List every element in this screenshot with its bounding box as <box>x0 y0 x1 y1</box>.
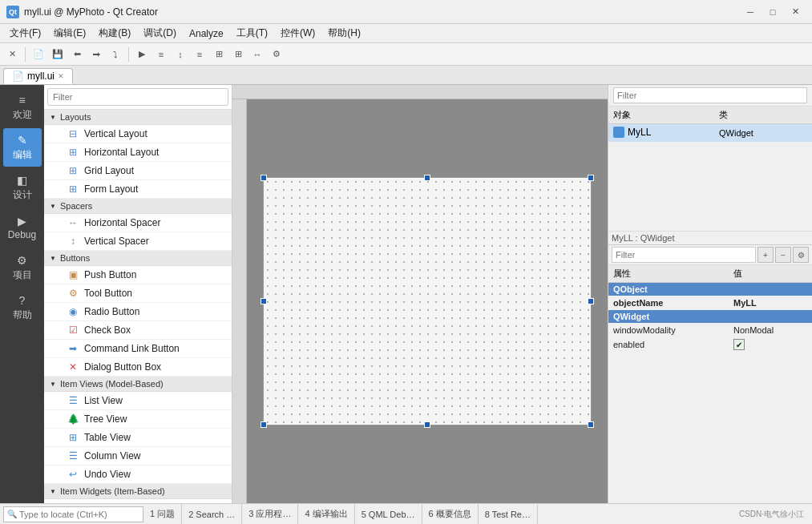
widget-grid-layout-label: Grid Layout <box>84 165 134 176</box>
toolbar-btn-2[interactable]: 💾 <box>49 46 67 63</box>
object-filter-input[interactable] <box>613 87 807 103</box>
toolbar-btn-13[interactable]: ⚙ <box>268 46 285 63</box>
props-row-objectname[interactable]: objectName MyLL <box>608 296 812 310</box>
toolbar-close-btn[interactable]: ✕ <box>3 46 21 63</box>
category-item-widgets[interactable]: Item Widgets (Item-Based) <box>44 484 232 499</box>
props-add-btn[interactable]: + <box>757 247 774 263</box>
widget-check-box[interactable]: ☑ Check Box <box>44 321 232 340</box>
mode-design-label: 设计 <box>13 188 32 202</box>
widget-grid-layout[interactable]: ⊞ Grid Layout <box>44 162 232 180</box>
mode-design[interactable]: ◧ 设计 <box>3 168 42 207</box>
category-item-views[interactable]: Item Views (Model-Based) <box>44 377 232 392</box>
toolbar-btn-6[interactable]: ▶ <box>133 46 151 63</box>
toolbar-btn-1[interactable]: 📄 <box>30 46 47 63</box>
handle-bottom-right[interactable] <box>588 421 594 428</box>
design-canvas[interactable] <box>263 177 592 425</box>
status-app[interactable]: 3 应用程… <box>242 504 298 524</box>
mode-welcome[interactable]: ≡ 欢迎 <box>3 88 42 127</box>
widget-form-layout[interactable]: ⊞ Form Layout <box>44 180 232 199</box>
handle-bottom-left[interactable] <box>261 421 267 428</box>
toolbar-btn-12[interactable]: ↔ <box>248 46 266 63</box>
toolbar-btn-4[interactable]: ⮕ <box>87 46 105 63</box>
widget-tool-button[interactable]: ⚙ Tool Button <box>44 284 232 303</box>
props-row-enabled[interactable]: enabled ✔ <box>608 337 812 353</box>
toolbar-btn-10[interactable]: ⊞ <box>210 46 228 63</box>
props-remove-btn[interactable]: − <box>775 247 791 263</box>
menu-help[interactable]: 帮助(H) <box>321 24 367 42</box>
category-buttons[interactable]: Buttons <box>44 251 232 266</box>
object-row-myll[interactable]: MyLL QWidget <box>608 124 812 143</box>
widget-undo-view-label: Undo View <box>84 469 131 480</box>
widget-vertical-spacer[interactable]: ↕ Vertical Spacer <box>44 232 232 251</box>
toolbar-btn-7[interactable]: ≡ <box>152 46 170 63</box>
vertical-layout-icon: ⊟ <box>67 127 79 140</box>
menu-debug[interactable]: 调试(D) <box>137 24 183 42</box>
props-col-attr: 属性 <box>608 265 729 283</box>
prop-windowmodality-label: windowModality <box>608 324 729 337</box>
toolbar-btn-9[interactable]: ≡ <box>191 46 208 63</box>
minimize-button[interactable]: ─ <box>740 4 761 20</box>
status-search[interactable]: 2 Search … <box>182 504 242 524</box>
status-search-input[interactable] <box>19 510 123 519</box>
props-config-btn[interactable]: ⚙ <box>793 247 809 263</box>
widget-command-link-button[interactable]: ➡ Command Link Button <box>44 340 232 358</box>
toolbar-btn-8[interactable]: ↕ <box>172 46 189 63</box>
undo-view-icon: ↩ <box>67 468 79 481</box>
menu-build[interactable]: 构建(B) <box>92 24 137 42</box>
widget-dialog-button-box[interactable]: ✕ Dialog Button Box <box>44 358 232 377</box>
tab-myll-ui[interactable]: 📄 myll.ui ✕ <box>3 68 73 84</box>
toolbar-btn-5[interactable]: ⤵ <box>107 46 124 63</box>
widget-radio-button[interactable]: ◉ Radio Button <box>44 303 232 321</box>
mode-project[interactable]: ⚙ 项目 <box>3 248 42 287</box>
menu-analyze[interactable]: Analyze <box>183 24 230 42</box>
handle-top-center[interactable] <box>424 175 430 181</box>
handle-mid-right[interactable] <box>588 298 594 304</box>
widget-push-button[interactable]: ▣ Push Button <box>44 266 232 284</box>
tab-close-btn[interactable]: ✕ <box>58 72 64 80</box>
menu-tools[interactable]: 工具(T) <box>230 24 274 42</box>
close-button[interactable]: ✕ <box>785 4 806 20</box>
object-panel-filter <box>608 85 812 107</box>
watermark: CSDN·电气徐小江 <box>739 509 809 520</box>
project-icon: ⚙ <box>17 254 27 267</box>
category-layouts[interactable]: Layouts <box>44 110 232 125</box>
menu-edit[interactable]: 编辑(E) <box>47 24 92 42</box>
widget-list-view[interactable]: ☰ List View <box>44 392 232 410</box>
properties-panel: + − ⚙ 属性 值 QObject <box>608 245 812 503</box>
status-problems[interactable]: 1 问题 <box>143 504 182 524</box>
toolbar-btn-3[interactable]: ⬅ <box>68 46 86 63</box>
props-row-windowmodality[interactable]: windowModality NonModal <box>608 324 812 337</box>
command-link-button-icon: ➡ <box>67 342 79 355</box>
handle-top-right[interactable] <box>588 175 594 181</box>
toolbar-sep-2 <box>128 47 129 62</box>
mode-debug[interactable]: ▶ Debug <box>3 208 42 247</box>
ruler-left <box>232 99 247 503</box>
handle-top-left[interactable] <box>261 175 267 181</box>
maximize-button[interactable]: □ <box>762 4 783 20</box>
widget-horizontal-spacer[interactable]: ↔ Horizontal Spacer <box>44 214 232 232</box>
mode-edit[interactable]: ✎ 编辑 <box>3 128 42 167</box>
widget-table-view[interactable]: ⊞ Table View <box>44 429 232 447</box>
status-qml-debug[interactable]: 5 QML Deb… <box>355 504 422 524</box>
status-search-container[interactable]: 🔍 <box>3 506 143 522</box>
status-compile-output[interactable]: 4 编译输出 <box>298 504 354 524</box>
enabled-checkbox[interactable]: ✔ <box>733 339 745 350</box>
mode-help[interactable]: ? 帮助 <box>3 288 42 327</box>
handle-mid-left[interactable] <box>261 298 267 304</box>
widget-horizontal-layout[interactable]: ⊞ Horizontal Layout <box>44 143 232 162</box>
menu-controls[interactable]: 控件(W) <box>274 24 321 42</box>
widget-filter-input[interactable] <box>47 88 228 106</box>
widget-list-widget[interactable]: ☰ List Widget <box>44 499 232 503</box>
widget-column-view[interactable]: ☰ Column View <box>44 447 232 466</box>
props-filter-input[interactable] <box>612 247 756 263</box>
status-overview[interactable]: 6 概要信息 <box>422 504 479 524</box>
handle-bottom-center[interactable] <box>424 421 430 428</box>
canvas-content[interactable] <box>247 99 608 503</box>
widget-undo-view[interactable]: ↩ Undo View <box>44 466 232 484</box>
toolbar-btn-11[interactable]: ⊞ <box>229 46 247 63</box>
widget-vertical-layout[interactable]: ⊟ Vertical Layout <box>44 125 232 143</box>
category-spacers[interactable]: Spacers <box>44 199 232 214</box>
widget-tree-view[interactable]: 🌲 Tree View <box>44 410 232 429</box>
status-test[interactable]: 8 Test Re… <box>479 504 538 524</box>
menu-file[interactable]: 文件(F) <box>3 24 47 42</box>
